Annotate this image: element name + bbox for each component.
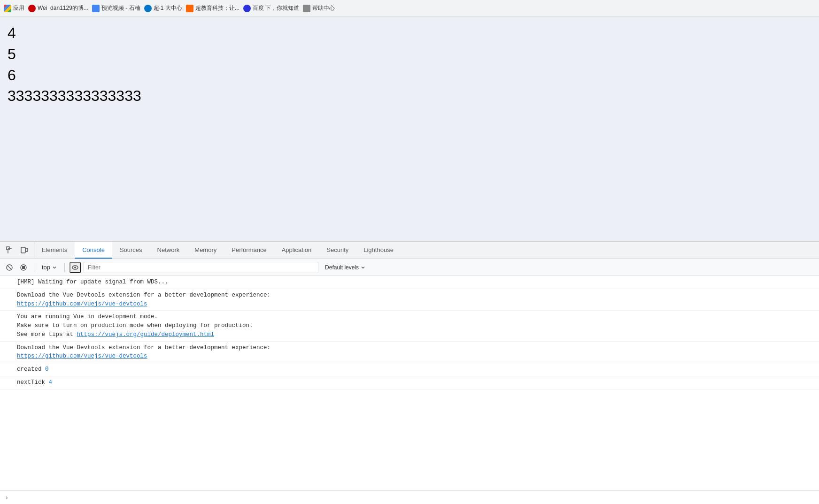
console-message-devtools-2: Download the Vue Devtools extension for … [0,342,819,364]
page-big-number: 3333333333333333 [8,85,811,107]
tab-memory[interactable]: Memory [187,242,224,259]
console-link-2[interactable]: https://vuejs.org/guide/deployment.html [77,331,215,338]
toolbar-label: 超·1 大中心 [154,4,182,12]
console-prompt-input[interactable] [12,494,815,501]
toolbar-separator-2 [64,263,65,272]
console-message-devtools-1: Download the Vue Devtools extension for … [0,289,819,311]
svg-rect-1 [21,247,25,253]
console-text-created: created [17,366,45,373]
console-text-nexttick: nextTick [17,379,49,386]
page-number-4: 4 [8,23,811,44]
console-link-1[interactable]: https://github.com/vuejs/vue-devtools [17,301,147,307]
console-prompt: › [0,490,819,504]
filter-input[interactable] [84,262,318,273]
context-dropdown[interactable]: top [39,262,60,272]
toolbar-item-2[interactable]: 预览视频 - 石楠 [92,4,140,12]
inspect-element-button[interactable] [4,244,16,256]
toolbar-label: 预览视频 - 石楠 [101,4,140,12]
toolbar-label: 超教育科技；让... [195,4,240,12]
console-text: [HMR] Waiting for update signal from WDS… [17,279,169,285]
toolbar-item-apps[interactable]: 应用 [4,4,24,12]
console-message-vue-mode: You are running Vue in development mode.… [0,311,819,341]
tab-security[interactable]: Security [319,242,356,259]
toolbar-item-5[interactable]: 百度 下，你就知道 [243,4,299,12]
device-toolbar-button[interactable] [18,244,30,256]
console-text-line3: See more tips at [17,331,77,338]
toolbar-separator [34,263,34,272]
page-number-6: 6 [8,65,811,86]
toolbar-label: 应用 [13,4,24,12]
tab-console[interactable]: Console [75,242,112,259]
toolbar-item-1[interactable]: Wei_dan1129的博... [28,4,88,12]
toolbar-label: 帮助中心 [312,4,335,12]
console-message-nexttick: nextTick 4 [0,376,819,389]
clear-console-button[interactable] [4,262,15,273]
devtools-icon-group [0,242,34,259]
console-message-hmr: [HMR] Waiting for update signal from WDS… [0,276,819,289]
console-message-created: created 0 [0,363,819,376]
tab-application[interactable]: Application [274,242,319,259]
toolbar-label: Wei_dan1129的博... [38,4,88,12]
toolbar-item-3[interactable]: 超·1 大中心 [144,4,182,12]
console-text-line2: Make sure to turn on production mode whe… [17,322,253,329]
toolbar-label: 百度 下，你就知道 [253,4,299,12]
svg-rect-2 [26,248,28,252]
devtools-tabs-bar: Elements Console Sources Network Memory … [0,242,819,259]
tab-performance[interactable]: Performance [224,242,274,259]
tab-elements[interactable]: Elements [34,242,75,259]
console-output: [HMR] Waiting for update signal from WDS… [0,276,819,490]
console-text-line1: You are running Vue in development mode. [17,313,158,320]
levels-label: Default levels [325,264,359,271]
console-value-4: 4 [49,379,53,386]
console-text: Download the Vue Devtools extension for … [17,292,270,298]
devtools-panel: Elements Console Sources Network Memory … [0,241,819,504]
log-levels-dropdown[interactable]: Default levels [321,263,369,272]
context-label: top [42,264,50,271]
stop-execution-button[interactable] [18,262,29,273]
tab-sources[interactable]: Sources [112,242,150,259]
svg-line-4 [8,266,11,269]
page-content: 4 5 6 3333333333333333 [0,17,819,241]
console-value-0: 0 [45,366,49,373]
page-number-5: 5 [8,44,811,65]
svg-rect-6 [22,266,25,269]
console-text: Download the Vue Devtools extension for … [17,344,270,351]
prompt-chevron-icon: › [6,494,8,501]
console-toolbar: top Default levels [0,259,819,276]
tab-network[interactable]: Network [150,242,187,259]
toolbar-item-4[interactable]: 超教育科技；让... [186,4,240,12]
browser-toolbar: 应用 Wei_dan1129的博... 预览视频 - 石楠 超·1 大中心 超教… [0,0,819,17]
svg-point-8 [74,267,76,268]
toolbar-item-6[interactable]: 帮助中心 [303,4,335,12]
eye-filter-button[interactable] [70,262,81,273]
console-link-3[interactable]: https://github.com/vuejs/vue-devtools [17,353,147,359]
tab-lighthouse[interactable]: Lighthouse [356,242,401,259]
